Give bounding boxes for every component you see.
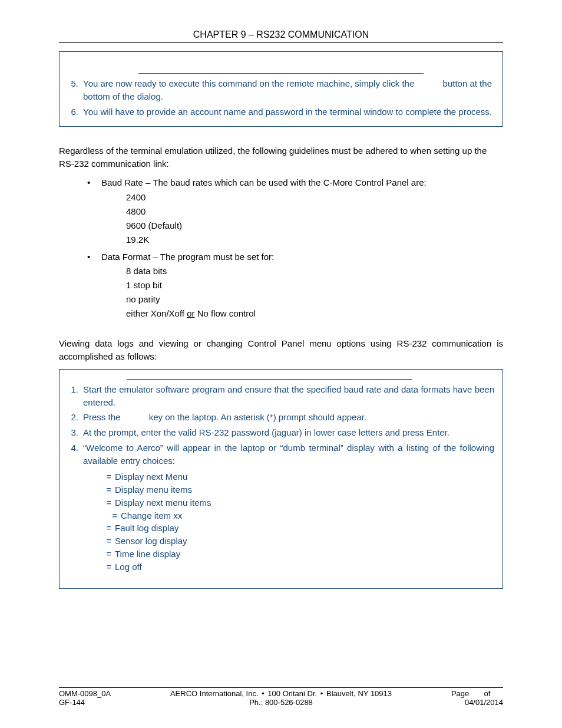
step-1: 1. Start the emulator software program a… (68, 383, 494, 409)
entry-row: =Display menu items (103, 483, 494, 496)
divider (138, 73, 424, 74)
footer-right-2: 04/01/2014 (421, 698, 503, 707)
entry-row: =Change item xx (103, 509, 494, 522)
equals-icon: = (103, 535, 115, 548)
entry-label: Change item xx (121, 509, 182, 522)
steps-list-1: 5. You are now ready to execute this com… (68, 77, 494, 118)
footer-address: 100 Oritani Dr. (267, 689, 317, 698)
entry-label: Display menu items (115, 483, 192, 496)
step-number: 3. (68, 426, 83, 439)
step-text: “Welcome to Aerco” will appear in the la… (83, 442, 494, 467)
step-number: 2. (68, 411, 83, 424)
bullet-data-format: Data Format – The program must be set fo… (87, 251, 503, 263)
step-text: Press the key on the laptop. An asterisk… (83, 411, 494, 424)
paragraph-1: Regardless of the terminal emulation uti… (59, 144, 503, 170)
equals-icon: = (103, 561, 115, 574)
entry-label: Fault log display (115, 522, 178, 535)
step-text: You will have to provide an account name… (83, 106, 494, 118)
step-6: 6. You will have to provide an account n… (68, 106, 494, 118)
bullet-lead: Data Format – The program must be set fo… (101, 252, 274, 262)
divider (127, 379, 412, 380)
text-fragment: No flow control (194, 308, 255, 318)
equals-icon: = (103, 548, 115, 561)
step-text: Start the emulator software program and … (83, 383, 494, 409)
entry-row: =Log off (103, 561, 494, 574)
page-label: Page (451, 689, 471, 698)
entry-row: =Time line display (103, 548, 494, 561)
baud-value: 19.2K (126, 233, 503, 247)
step-number: 6. (68, 106, 83, 118)
text-fragment: Press the (83, 412, 123, 422)
footer-center-1: AERCO International, Inc. • 100 Oritani … (170, 689, 392, 698)
bullet-list: Data Format – The program must be set fo… (87, 251, 503, 263)
format-value: 1 stop bit (126, 278, 503, 292)
step-3: 3. At the prompt, enter the valid RS-232… (68, 426, 494, 439)
entry-label: Display next menu items (115, 496, 211, 509)
equals-icon: = (103, 483, 115, 496)
text-underline: or (187, 308, 194, 318)
equals-icon: = (103, 470, 115, 483)
entry-label: Display next Menu (115, 470, 187, 483)
step-number: 1. (68, 383, 83, 409)
footer-left-1: OMM-0098_0A (59, 689, 141, 698)
baud-value: 2400 (126, 190, 503, 205)
text-fragment: You are now ready to execute this comman… (83, 78, 416, 88)
steps-list-2: 1. Start the emulator software program a… (68, 383, 494, 467)
entry-row: =Display next menu items (103, 496, 494, 509)
text-fragment: key on the laptop. An asterisk (*) promp… (147, 412, 367, 422)
baud-rate-list: 2400 4800 9600 (Default) 19.2K (126, 190, 503, 247)
paragraph-2: Viewing data logs and viewing or changin… (59, 337, 503, 363)
of-label: of (482, 689, 492, 698)
footer-city: Blauvelt, NY 10913 (326, 689, 392, 698)
footer-center-2: Ph.: 800-526-0288 (249, 698, 313, 707)
entry-label: Time line display (115, 548, 180, 561)
step-5: 5. You are now ready to execute this com… (68, 77, 494, 103)
entry-label: Sensor log display (115, 535, 187, 548)
step-number: 4. (68, 442, 83, 467)
chapter-title: CHAPTER 9 – RS232 COMMUNICATION (59, 29, 503, 43)
step-number: 5. (68, 77, 83, 103)
instruction-box-2: 1. Start the emulator software program a… (59, 369, 503, 589)
baud-value: 9600 (Default) (126, 219, 503, 233)
step-text: At the prompt, enter the valid RS-232 pa… (83, 426, 494, 439)
bullet-lead: Baud Rate – The baud rates which can be … (101, 177, 427, 187)
format-value: either Xon/Xoff or No flow control (126, 307, 503, 321)
footer-right-1: Page of (421, 689, 503, 698)
bullet-icon: • (260, 689, 266, 698)
baud-value: 4800 (126, 205, 503, 219)
text-fragment: either Xon/Xoff (126, 308, 187, 318)
footer-left-2: GF-144 (59, 698, 141, 707)
instruction-box-1: 5. You are now ready to execute this com… (59, 51, 503, 127)
step-text: You are now ready to execute this comman… (83, 77, 494, 103)
bullet-list: Baud Rate – The baud rates which can be … (87, 176, 503, 189)
equals-icon: = (103, 522, 115, 535)
equals-icon: = (103, 509, 121, 522)
bullet-baud-rate: Baud Rate – The baud rates which can be … (87, 176, 503, 189)
page-footer: OMM-0098_0A AERCO International, Inc. • … (59, 687, 503, 707)
entry-choices: =Display next Menu =Display menu items =… (103, 470, 494, 573)
entry-label: Log off (115, 561, 142, 574)
step-4: 4. “Welcome to Aerco” will appear in the… (68, 442, 494, 467)
entry-row: =Display next Menu (103, 470, 494, 483)
entry-row: =Fault log display (103, 522, 494, 535)
footer-company: AERCO International, Inc. (170, 689, 259, 698)
bullet-icon: • (319, 689, 325, 698)
format-value: 8 data bits (126, 264, 503, 278)
data-format-list: 8 data bits 1 stop bit no parity either … (126, 264, 503, 321)
step-2: 2. Press the key on the laptop. An aster… (68, 411, 494, 424)
entry-row: =Sensor log display (103, 535, 494, 548)
format-value: no parity (126, 292, 503, 307)
equals-icon: = (103, 496, 115, 509)
